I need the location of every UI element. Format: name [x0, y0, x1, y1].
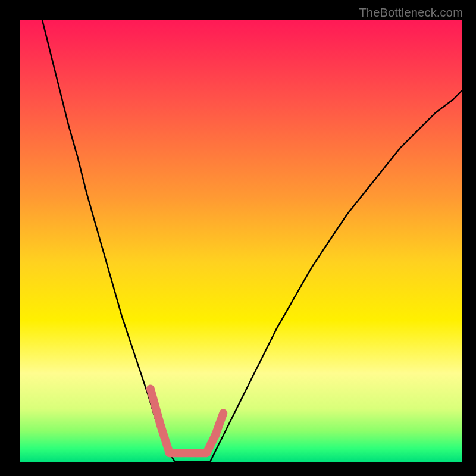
bottleneck-curve — [42, 20, 462, 462]
marker-segment — [161, 425, 170, 453]
curve-svg — [20, 20, 462, 462]
watermark-text: TheBottleneck.com — [359, 6, 463, 20]
marker-layer — [151, 389, 223, 453]
plot-area — [20, 20, 462, 462]
curve-layer — [42, 20, 462, 462]
marker-segment — [151, 389, 161, 426]
chart-frame: TheBottleneck.com — [0, 0, 476, 476]
marker-segment — [215, 413, 223, 435]
